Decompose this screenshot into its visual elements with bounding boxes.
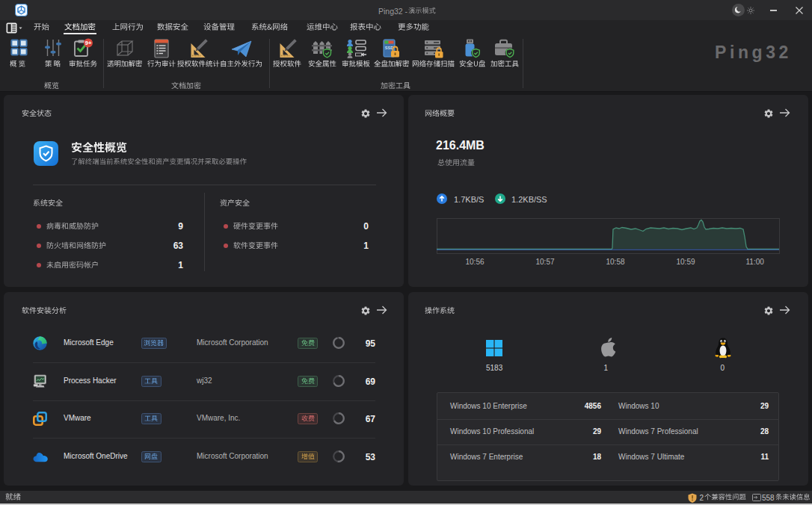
svg-text:9+: 9+ (85, 40, 92, 46)
svg-text:SSD: SSD (385, 46, 393, 50)
